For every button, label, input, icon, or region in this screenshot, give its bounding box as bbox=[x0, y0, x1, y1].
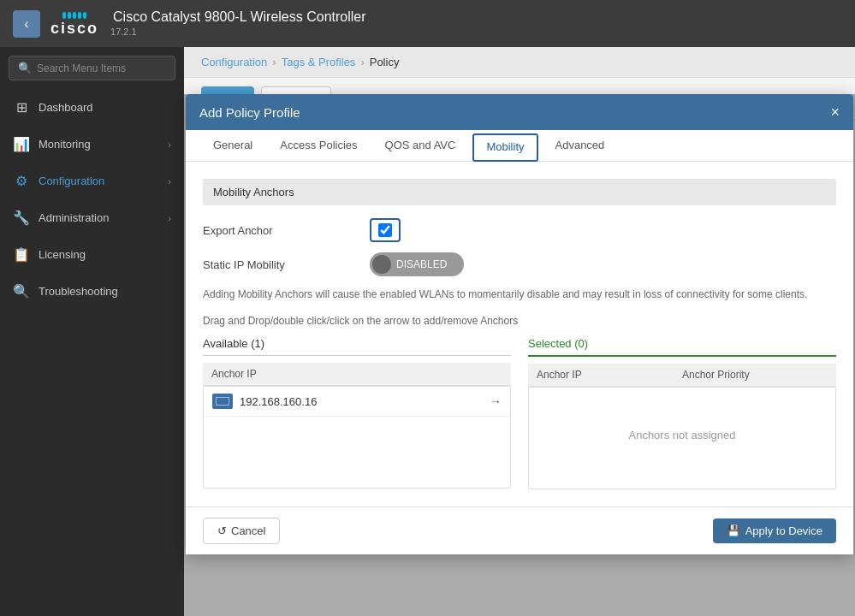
sidebar-item-label: Dashboard bbox=[39, 101, 93, 114]
modal-tabs: General Access Policies QOS and AVC Mobi… bbox=[186, 130, 853, 162]
cancel-button[interactable]: ↺ Cancel bbox=[203, 518, 280, 544]
available-panel: Available (1) Anchor IP 192.168.160.16 → bbox=[203, 337, 511, 489]
tab-qos-avc[interactable]: QOS and AVC bbox=[371, 130, 470, 162]
cisco-logo: cisco bbox=[50, 12, 98, 36]
sidebar-item-label: Licensing bbox=[39, 248, 86, 261]
section-mobility-anchors: Mobility Anchors bbox=[203, 179, 836, 205]
sidebar-item-label: Troubleshooting bbox=[39, 285, 118, 298]
sidebar-item-troubleshooting[interactable]: 🔍 Troubleshooting bbox=[0, 273, 184, 310]
main-layout: 🔍 ⊞ Dashboard 📊 Monitoring › ⚙ Configura… bbox=[0, 47, 855, 616]
app-title: Cisco Catalyst 9800-L Wireless Controlle… bbox=[113, 9, 366, 24]
modal-close-button[interactable]: × bbox=[830, 104, 840, 120]
breadcrumb-current: Policy bbox=[370, 56, 400, 68]
search-icon: 🔍 bbox=[18, 62, 32, 74]
sidebar-item-dashboard[interactable]: ⊞ Dashboard bbox=[0, 89, 184, 126]
anchor-ip-col-header: Anchor IP bbox=[211, 368, 502, 380]
apply-label: Apply to Device bbox=[745, 524, 822, 537]
tab-access-policies[interactable]: Access Policies bbox=[266, 130, 371, 162]
selected-panel-header: Anchor IP Anchor Priority bbox=[528, 364, 836, 387]
available-panel-title: Available (1) bbox=[203, 337, 511, 356]
tab-advanced[interactable]: Advanced bbox=[542, 130, 619, 162]
available-panel-list: 192.168.160.16 → bbox=[203, 386, 511, 489]
sidebar-item-configuration[interactable]: ⚙ Configuration › bbox=[0, 163, 184, 199]
back-button[interactable]: ‹ bbox=[13, 10, 40, 38]
toggle-thumb-icon bbox=[372, 255, 391, 274]
tab-mobility[interactable]: Mobility bbox=[472, 133, 537, 162]
chevron-right-icon: › bbox=[168, 213, 171, 223]
modal-body: Mobility Anchors Export Anchor Static IP… bbox=[186, 162, 853, 506]
troubleshooting-icon: 🔍 bbox=[13, 283, 30, 299]
anchor-panels: Available (1) Anchor IP 192.168.160.16 → bbox=[203, 337, 836, 489]
tab-general[interactable]: General bbox=[199, 130, 266, 162]
modal-title: Add Policy Profile bbox=[199, 105, 300, 120]
selected-priority-col-header: Anchor Priority bbox=[682, 369, 828, 381]
chevron-right-icon: › bbox=[168, 139, 171, 150]
app-version: 17.2.1 bbox=[110, 27, 137, 37]
toggle-state-label: DISABLED bbox=[396, 258, 447, 270]
breadcrumb-configuration[interactable]: Configuration bbox=[201, 56, 267, 68]
modal-footer: ↺ Cancel 💾 Apply to Device bbox=[186, 506, 853, 554]
chevron-right-icon: › bbox=[168, 176, 171, 187]
modal-overlay: Add Policy Profile × General Access Poli… bbox=[184, 94, 855, 616]
info-text: Adding Mobility Anchors will cause the e… bbox=[203, 287, 836, 302]
cisco-bars-icon bbox=[62, 12, 86, 19]
breadcrumb-sep-1: › bbox=[272, 56, 276, 68]
monitoring-icon: 📊 bbox=[13, 136, 30, 152]
available-panel-header: Anchor IP bbox=[203, 363, 511, 386]
administration-icon: 🔧 bbox=[13, 210, 30, 226]
sidebar-item-label: Monitoring bbox=[39, 138, 91, 151]
selected-panel-title: Selected (0) bbox=[528, 337, 836, 357]
apply-icon: 💾 bbox=[727, 524, 740, 537]
configuration-icon: ⚙ bbox=[13, 173, 30, 189]
sidebar: 🔍 ⊞ Dashboard 📊 Monitoring › ⚙ Configura… bbox=[0, 47, 184, 616]
licensing-icon: 📋 bbox=[13, 246, 30, 263]
back-icon: ‹ bbox=[24, 16, 28, 32]
static-ip-label: Static IP Mobility bbox=[203, 258, 357, 271]
cisco-brand: cisco bbox=[50, 21, 98, 36]
breadcrumb-sep-2: › bbox=[360, 56, 364, 68]
sidebar-item-licensing[interactable]: 📋 Licensing bbox=[0, 236, 184, 273]
selected-panel: Selected (0) Anchor IP Anchor Priority A… bbox=[528, 337, 836, 489]
anchor-add-arrow-button[interactable]: → bbox=[490, 394, 502, 408]
sidebar-item-label: Administration bbox=[39, 211, 109, 224]
export-anchor-label: Export Anchor bbox=[203, 224, 357, 237]
anchor-device-icon bbox=[212, 394, 233, 409]
breadcrumb: Configuration › Tags & Profiles › Policy bbox=[184, 47, 855, 78]
apply-to-device-button[interactable]: 💾 Apply to Device bbox=[713, 518, 836, 543]
list-item[interactable]: 192.168.160.16 → bbox=[204, 387, 510, 417]
export-anchor-row: Export Anchor bbox=[203, 218, 836, 242]
cancel-label: Cancel bbox=[231, 524, 265, 537]
export-anchor-checkbox-container bbox=[370, 218, 401, 242]
search-box[interactable]: 🔍 bbox=[9, 56, 175, 80]
anchor-ip-value: 192.168.160.16 bbox=[240, 395, 483, 408]
sidebar-item-label: Configuration bbox=[39, 175, 104, 187]
selected-ip-col-header: Anchor IP bbox=[537, 369, 682, 381]
app-title-group: Cisco Catalyst 9800-L Wireless Controlle… bbox=[109, 9, 366, 38]
selected-panel-list: Anchors not assigned bbox=[528, 387, 836, 489]
modal-header: Add Policy Profile × bbox=[186, 94, 853, 130]
sidebar-item-monitoring[interactable]: 📊 Monitoring › bbox=[0, 126, 184, 163]
top-header: ‹ cisco Cisco Catalyst 9800-L Wireless C… bbox=[0, 0, 855, 47]
add-policy-profile-modal: Add Policy Profile × General Access Poli… bbox=[186, 94, 853, 554]
empty-panel-message: Anchors not assigned bbox=[529, 388, 835, 482]
static-ip-row: Static IP Mobility DISABLED bbox=[203, 252, 836, 276]
breadcrumb-tags-profiles[interactable]: Tags & Profiles bbox=[282, 56, 356, 68]
search-input[interactable] bbox=[37, 62, 166, 74]
static-ip-toggle[interactable]: DISABLED bbox=[370, 252, 464, 276]
sidebar-item-administration[interactable]: 🔧 Administration › bbox=[0, 199, 184, 236]
dashboard-icon: ⊞ bbox=[13, 99, 30, 116]
cancel-icon: ↺ bbox=[217, 524, 227, 537]
drag-hint: Drag and Drop/double click/click on the … bbox=[203, 315, 836, 327]
export-anchor-checkbox[interactable] bbox=[378, 223, 392, 237]
